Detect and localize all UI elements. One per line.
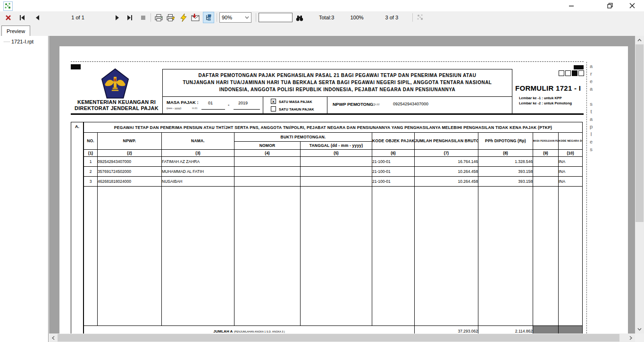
- tab-preview-label: Preview: [7, 28, 25, 34]
- table-row: 2 357691724502000 MUHAMMAD AL FATIH 21-1…: [84, 167, 583, 177]
- tree-item-report[interactable]: 1721-I.rpt: [4, 39, 48, 44]
- cell-npwp: 092542943407000: [98, 157, 162, 167]
- cell-nama: NUSAIBAH: [162, 177, 234, 187]
- cell-nomor: [234, 177, 301, 187]
- col-header-bruto: JUMLAH PENGHASILAN BRUTO (Rp): [415, 133, 478, 150]
- col-num-6: (6): [372, 150, 415, 157]
- cell-bruto: 10.264.458: [415, 177, 478, 187]
- agency-name: KEMENTERIAN KEUANGAN RI DIREKTORAT JENDE…: [71, 99, 162, 111]
- restore-button[interactable]: [602, 0, 618, 11]
- form-title-box: DAFTAR PEMOTONGAN PAJAK PENGHASILAN PASA…: [162, 69, 512, 97]
- print-setup-button[interactable]: [166, 12, 176, 23]
- cell-bruto: 16.764.146: [415, 157, 478, 167]
- satu-masa-label: SATU MASA PAJAK: [279, 100, 312, 104]
- view-application-button[interactable]: [415, 12, 426, 23]
- cell-no: 3: [84, 177, 98, 187]
- col-header-npwp: NPWP.: [98, 133, 162, 150]
- close-view-button[interactable]: [3, 12, 13, 23]
- stop-loading-button[interactable]: [138, 12, 148, 23]
- cell-nama: MUHAMMAD AL FATIH: [162, 167, 234, 177]
- cell-kode-objek: 21-100-01: [372, 167, 415, 177]
- agency-line2: DIREKTORAT JENDERAL PAJAK: [71, 105, 162, 111]
- staples-divider: [586, 62, 587, 342]
- header-rule: [71, 113, 584, 115]
- satu-tahun-label: SATU TAHUN PAJAK: [279, 107, 314, 111]
- agency-line1: KEMENTERIAN KEUANGAN RI: [71, 99, 162, 105]
- next-page-button[interactable]: [112, 12, 123, 23]
- col-num-4: (4): [234, 150, 301, 157]
- last-page-icon: [127, 15, 133, 20]
- minimize-button[interactable]: [563, 0, 579, 11]
- col-header-pph: PPh DIPOTONG (Rp): [478, 133, 533, 150]
- masa-pajak-label: MASA PAJAK :: [167, 100, 199, 105]
- masa-pajak-hint: (mm - yyyy): [167, 107, 181, 110]
- cell-kode-objek: 21-100-01: [372, 157, 415, 167]
- find-button[interactable]: [294, 12, 305, 23]
- horizontal-scroll-thumb[interactable]: [58, 334, 619, 342]
- restore-icon: [607, 3, 613, 9]
- scroll-right-button[interactable]: [627, 333, 635, 342]
- first-page-button[interactable]: [17, 12, 27, 23]
- chevron-right-icon: [629, 336, 632, 340]
- cell-masa: [533, 167, 559, 177]
- app-icon: [3, 1, 13, 11]
- vertical-scrollbar[interactable]: [635, 36, 644, 333]
- chevron-left-icon: [52, 336, 55, 340]
- cell-nomor: [234, 167, 301, 177]
- report-page: KEMENTERIAN KEUANGAN RI DIREKTORAT JENDE…: [59, 46, 628, 342]
- col-header-tanggal: TANGGAL (dd - mm - yyyy): [301, 142, 372, 150]
- search-input[interactable]: [259, 13, 293, 22]
- npwp-pemotong-value: 092542943407000: [393, 102, 428, 106]
- form-title-line3: INDONESIA, ANGGOTA POLISI REPUBLIK INDON…: [163, 86, 512, 93]
- satu-masa-checkbox[interactable]: X: [271, 99, 276, 104]
- vertical-scroll-thumb[interactable]: [636, 44, 644, 222]
- export-button[interactable]: [190, 12, 201, 23]
- lembar-line1: Lembar ke -1 : untuk KPP: [519, 95, 562, 101]
- jumlah-label-detail: (PENJUMLAHAN ANGKA 1 S.D. ANGKA 3 ): [234, 330, 285, 333]
- record-position-label: 3 of 3: [385, 15, 399, 20]
- cell-nama: FATIMAH AZ ZAHRA: [162, 157, 234, 167]
- section-a-letter: A.: [71, 122, 84, 342]
- tab-preview[interactable]: Preview: [1, 26, 30, 36]
- last-page-button[interactable]: [125, 12, 135, 23]
- masa-pajak-month: 01: [208, 101, 213, 105]
- col-num-8: (8): [478, 150, 533, 157]
- section-a-table: PEGAWAI TETAP DAN PENERIMA PENSIUN ATAU …: [84, 122, 583, 336]
- form-title-line2: TUNJANGAN HARI TUA/JAMINAN HARI TUA BERK…: [163, 79, 512, 86]
- previous-page-button[interactable]: [32, 12, 42, 23]
- toggle-group-tree-button[interactable]: [203, 12, 214, 23]
- toolbar-separator: [217, 13, 217, 22]
- cell-negara: INA: [559, 167, 583, 177]
- corner-mark-left: [71, 64, 81, 69]
- close-button[interactable]: [624, 0, 640, 11]
- page-indicator: 1 of 1: [61, 15, 94, 20]
- cell-pph: 393.158: [478, 177, 533, 187]
- application-icon-disabled: [416, 13, 425, 22]
- horizontal-scrollbar[interactable]: [49, 333, 635, 342]
- section-a: A. PEGAWAI TETAP DAN PENERIMA PENSIUN AT…: [71, 122, 584, 342]
- print-button[interactable]: [153, 12, 164, 23]
- scroll-left-button[interactable]: [49, 333, 58, 342]
- chevron-down-icon: [245, 16, 249, 19]
- col-header-no: NO.: [84, 133, 98, 150]
- scroll-up-button[interactable]: [635, 36, 644, 44]
- load-progress-label: 100%: [350, 15, 363, 20]
- title-bar: [0, 0, 644, 11]
- satu-tahun-checkbox[interactable]: [271, 106, 276, 111]
- refresh-button[interactable]: [178, 12, 188, 23]
- binoculars-icon: [295, 14, 304, 21]
- empty-rows-area: [84, 187, 583, 326]
- export-envelope-icon: [191, 14, 200, 21]
- zoom-select-value: 90%: [222, 15, 232, 20]
- refresh-lightning-icon: [180, 14, 187, 22]
- first-page-icon: [19, 15, 25, 20]
- lembar-line2: Lembar ke -2 : untuk Pemotong: [519, 101, 572, 106]
- column-number-row: (1) (2) (3) (4) (5) (6) (7) (8) (9) (10): [84, 150, 583, 157]
- cell-tanggal: [301, 157, 372, 167]
- scroll-down-button[interactable]: [635, 325, 644, 333]
- kemenkeu-logo: [101, 68, 129, 99]
- form-code: FORMULIR 1721 - I: [515, 84, 581, 92]
- zoom-select[interactable]: 90%: [219, 12, 251, 23]
- col-header-kode-objek: KODE OBJEK PAJAK: [372, 133, 415, 150]
- tree-branch-line: [4, 42, 10, 42]
